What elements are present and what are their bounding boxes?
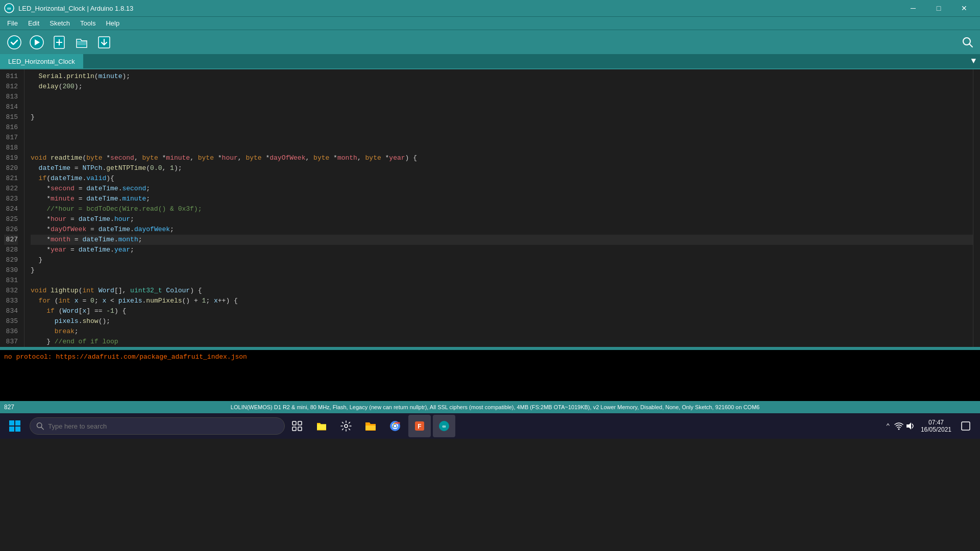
fritzing-button[interactable]: F [408, 415, 431, 437]
svg-rect-20 [298, 427, 302, 431]
menu-sketch[interactable]: Sketch [44, 18, 75, 28]
menu-file[interactable]: File [2, 18, 23, 28]
svg-point-26 [394, 425, 397, 428]
save-button[interactable] [94, 32, 114, 53]
svg-point-21 [345, 424, 348, 428]
code-content[interactable]: Serial.println(minute); delay(200); } vo… [24, 69, 973, 347]
code-line-812: delay(200); [31, 82, 973, 92]
svg-rect-33 [962, 422, 970, 430]
status-bar: 827 LOLIN(WEMOS) D1 R2 & mini, 80 MHz, F… [0, 401, 980, 413]
console-text: no protocol: https://adafruit.com/packag… [4, 352, 976, 362]
code-line-811: Serial.println(minute); [31, 71, 973, 82]
taskbar: F ∞ ⌃ 07:47 16/05/2021 [0, 413, 980, 439]
maximize-button[interactable]: □ [927, 0, 950, 16]
svg-marker-32 [906, 422, 911, 430]
new-button[interactable] [49, 32, 69, 53]
status-board-info: LOLIN(WEMOS) D1 R2 & mini, 80 MHz, Flash… [14, 404, 976, 410]
status-line-number: 827 [4, 404, 14, 411]
clock-time: 07:47 [928, 419, 944, 426]
svg-point-31 [898, 429, 899, 430]
close-button[interactable]: ✕ [952, 0, 976, 16]
start-button[interactable] [2, 413, 28, 439]
code-line-822: *second = dateTime.second; [31, 184, 973, 194]
code-line-825: *hour = dateTime.hour; [31, 214, 973, 224]
settings-button[interactable] [335, 415, 357, 437]
file-manager-button[interactable] [359, 415, 382, 437]
verify-button[interactable] [4, 32, 24, 53]
arduino-icon: ∞ [4, 3, 14, 13]
toolbar [0, 30, 980, 54]
window-controls: ─ □ ✕ [901, 0, 976, 16]
svg-line-16 [41, 427, 43, 429]
menu-edit[interactable]: Edit [23, 18, 44, 28]
console-output: no protocol: https://adafruit.com/packag… [0, 350, 980, 401]
file-explorer-button[interactable] [310, 415, 333, 437]
clock-area[interactable]: 07:47 16/05/2021 [917, 419, 955, 433]
open-button[interactable] [71, 32, 92, 53]
fritzing-icon: F [414, 420, 425, 432]
svg-rect-13 [9, 427, 14, 432]
arduino-taskbar-button[interactable]: ∞ [433, 415, 455, 437]
tab-bar: LED_Horizontal_Clock ▼ [0, 54, 980, 69]
volume-icon [905, 422, 915, 430]
title-bar: ∞ LED_Horizontal_Clock | Arduino 1.8.13 … [0, 0, 980, 16]
code-line-820: dateTime = NTPch.getNTPTime(0.0, 1); [31, 163, 973, 173]
windows-icon [9, 420, 21, 432]
upload-button[interactable] [27, 32, 47, 53]
tab-dropdown-arrow[interactable]: ▼ [967, 54, 980, 68]
search-input[interactable] [48, 422, 278, 430]
code-line-834: if (Word[x] == -1) { [31, 306, 973, 316]
network-icon [894, 422, 903, 430]
svg-text:∞: ∞ [7, 5, 11, 11]
svg-rect-12 [15, 420, 20, 425]
code-line-830: } [31, 265, 973, 276]
code-line-836: break; [31, 327, 973, 337]
chrome-icon [389, 420, 401, 432]
svg-rect-17 [292, 421, 296, 425]
arduino-taskbar-icon: ∞ [438, 420, 450, 432]
search-icon [36, 422, 44, 430]
svg-text:F: F [418, 423, 421, 430]
code-line-821: if(dateTime.valid){ [31, 173, 973, 184]
code-line-819: void readtime(byte *second, byte *minute… [31, 153, 973, 163]
code-area[interactable]: 811 812 813 814 815 816 817 818 819 820 … [0, 69, 980, 347]
clock-date: 16/05/2021 [921, 426, 951, 433]
window-title: LED_Horizontal_Clock | Arduino 1.8.13 [18, 5, 133, 12]
code-line-818 [31, 143, 973, 153]
taskbar-right: ⌃ 07:47 16/05/2021 [884, 415, 978, 437]
svg-point-2 [8, 36, 21, 49]
system-tray-area[interactable]: ⌃ [884, 422, 892, 431]
svg-rect-18 [298, 421, 302, 425]
code-line-813 [31, 92, 973, 102]
code-line-826: *dayOfWeek = dateTime.dayofWeek; [31, 224, 973, 235]
code-line-837: } //end of if loop [31, 337, 973, 347]
code-line-832: void lightup(int Word[], uint32_t Colour… [31, 286, 973, 296]
svg-text:∞: ∞ [442, 423, 446, 429]
code-line-816 [31, 122, 973, 133]
file-explorer-icon [316, 420, 327, 432]
menu-help[interactable]: Help [101, 18, 125, 28]
code-line-828: *year = dateTime.year; [31, 245, 973, 255]
serial-monitor-button[interactable] [960, 34, 976, 51]
search-bar[interactable] [30, 417, 285, 435]
svg-rect-22 [365, 425, 376, 430]
code-line-824: //*hour = bcdToDec(Wire.read() & 0x3f); [31, 204, 973, 214]
code-line-833: for (int x = 0; x < pixels.numPixels() +… [31, 296, 973, 306]
code-line-835: pixels.show(); [31, 316, 973, 327]
chrome-button[interactable] [384, 415, 406, 437]
vertical-scrollbar[interactable] [973, 69, 980, 347]
code-line-815: } [31, 112, 973, 122]
minimize-button[interactable]: ─ [901, 0, 925, 16]
code-line-829: } [31, 255, 973, 265]
code-line-814 [31, 102, 973, 112]
line-numbers: 811 812 813 814 815 816 817 818 819 820 … [0, 69, 24, 347]
tab-led-horizontal-clock[interactable]: LED_Horizontal_Clock [0, 54, 84, 68]
editor: 811 812 813 814 815 816 817 818 819 820 … [0, 69, 980, 401]
menu-tools[interactable]: Tools [75, 18, 101, 28]
task-view-icon [292, 421, 302, 431]
svg-line-10 [969, 44, 972, 47]
svg-rect-14 [15, 427, 20, 432]
task-view-button[interactable] [286, 415, 308, 437]
notification-button[interactable] [958, 415, 974, 437]
folder-icon [364, 420, 377, 432]
